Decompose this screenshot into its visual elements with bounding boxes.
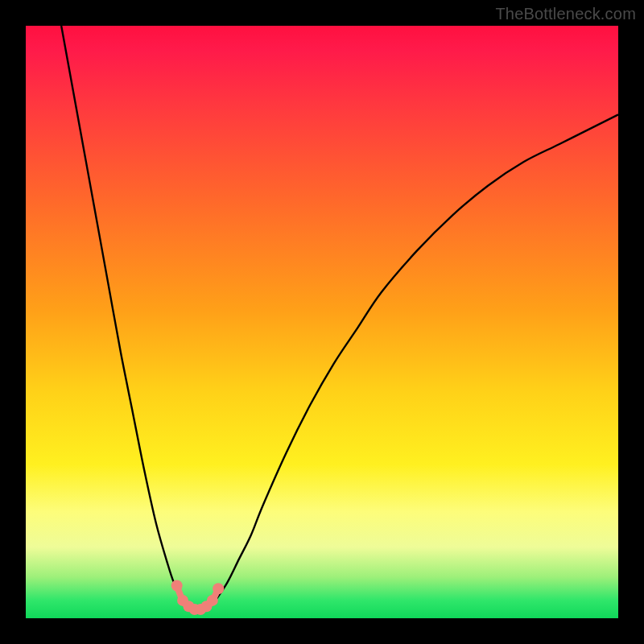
curve-left-branch: [61, 26, 192, 606]
valley-marker: [171, 580, 183, 592]
curve-layer: [26, 26, 618, 618]
valley-marker: [207, 595, 218, 606]
valley-markers: [171, 580, 225, 615]
plot-area: [26, 26, 618, 618]
chart-frame: TheBottleneck.com: [0, 0, 644, 644]
attribution-text: TheBottleneck.com: [495, 5, 636, 23]
curve-right-branch: [216, 114, 618, 601]
valley-marker: [213, 583, 224, 594]
